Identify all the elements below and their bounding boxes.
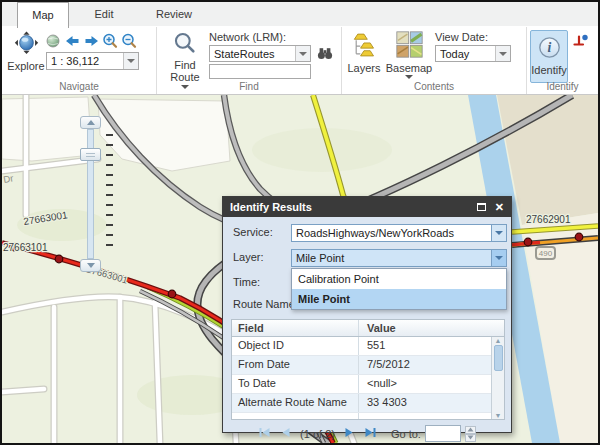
service-combo[interactable]: RoadsHighways/NewYorkRoads (291, 224, 507, 242)
page-status: (1 of 2) (300, 428, 335, 440)
scroll-thumb[interactable] (494, 345, 503, 371)
ribbon: Map Edit Review (2, 2, 598, 95)
network-dropdown-icon[interactable] (295, 46, 310, 61)
map-label-route-d: 27662901 (526, 214, 571, 225)
zoom-slider-ticks (106, 134, 113, 250)
goto-label: Go to: (391, 428, 421, 440)
map-shield-490: 490 (536, 247, 555, 259)
identify-info-icon: i (537, 35, 562, 64)
back-arrow-icon[interactable] (66, 36, 79, 46)
nav-icon-row (46, 33, 139, 53)
svg-text:i: i (547, 40, 551, 55)
group-label-navigate: Navigate (2, 81, 156, 92)
group-find: Find Route Network (LRM): StateRoutes Fi… (157, 27, 342, 94)
identify-button[interactable]: i Identify (530, 30, 568, 83)
table-row[interactable]: Alternate Route Name 33 4303 (232, 394, 504, 413)
cell-field: From Date (232, 356, 359, 374)
layers-label: Layers (347, 62, 380, 74)
group-label-identify: Identify (527, 81, 598, 92)
find-route-label: Find Route (168, 59, 202, 83)
tab-review[interactable]: Review (139, 2, 209, 27)
table-header-row: Field Value (232, 320, 504, 337)
layer-dropdown-icon[interactable] (491, 250, 506, 266)
map-label-street-dr: Dr (2, 172, 14, 185)
identify-label: Identify (531, 64, 566, 76)
dialog-titlebar[interactable]: Identify Results ✕ (223, 197, 511, 217)
close-icon[interactable]: ✕ (495, 197, 504, 217)
group-navigate: Explore (2, 27, 157, 94)
scale-dropdown-icon[interactable] (123, 53, 138, 69)
goto-spinner[interactable] (465, 426, 476, 442)
table-row[interactable]: Object ID 551 (232, 337, 504, 356)
layer-dropdown-list: Calibration Point Mile Point (291, 268, 507, 310)
first-page-button[interactable] (258, 426, 271, 441)
tab-map[interactable]: Map (17, 2, 69, 28)
route-name-label: Route Name: (233, 298, 298, 310)
layers-button[interactable]: Layers (346, 31, 382, 74)
previous-page-button[interactable] (279, 426, 292, 441)
network-combo[interactable]: StateRoutes (209, 45, 311, 62)
attributes-table: Field Value Object ID 551 From Date 7/5/… (231, 319, 505, 420)
cell-field: Object ID (232, 337, 359, 355)
layer-value: Mile Point (292, 250, 506, 264)
next-page-button[interactable] (343, 426, 356, 441)
explore-label: Explore (7, 60, 44, 72)
maximize-icon[interactable] (477, 203, 486, 211)
ribbon-tabstrip: Map Edit Review (2, 2, 598, 27)
scale-combo[interactable]: 1 : 36,112 (46, 52, 139, 70)
tab-edit[interactable]: Edit (69, 2, 139, 27)
app-window: Map Edit Review (0, 0, 600, 445)
group-label-contents: Contents (342, 81, 526, 92)
scroll-up-icon[interactable]: ▲ (495, 337, 502, 344)
service-label: Service: (233, 226, 273, 238)
layer-option-mile-point[interactable]: Mile Point (292, 289, 506, 309)
cell-value: 33 4303 (359, 394, 504, 412)
cell-value: 551 (359, 337, 504, 355)
group-contents: Layers Basemap (342, 27, 527, 94)
basemap-label: Basemap (386, 62, 432, 74)
zoom-slider-down-button[interactable] (80, 259, 101, 272)
table-row[interactable]: From Date 7/5/2012 (232, 356, 504, 375)
cell-value: 7/5/2012 (359, 356, 504, 374)
goto-page-input[interactable] (425, 425, 461, 442)
binoculars-icon[interactable] (317, 46, 333, 64)
explore-button[interactable]: Explore (7, 31, 45, 72)
service-value: RoadsHighways/NewYorkRoads (292, 225, 506, 239)
zoom-slider-thumb[interactable] (80, 148, 101, 161)
layer-option-calibration-point[interactable]: Calibration Point (292, 269, 506, 289)
identify-results-dialog: Identify Results ✕ Service: RoadsHighway… (222, 196, 512, 433)
identify-route-tool-icon[interactable] (572, 33, 589, 54)
view-date-dropdown-icon[interactable] (495, 46, 510, 61)
network-label: Network (LRM): (209, 31, 286, 43)
view-date-combo[interactable]: Today (435, 45, 511, 62)
group-identify: i Identify Identify (527, 27, 598, 94)
cell-field: To Date (232, 375, 359, 393)
pagination-bar: (1 of 2) Go to: (223, 425, 511, 442)
table-row[interactable]: To Date <null> (232, 375, 504, 394)
svg-text:490: 490 (539, 249, 553, 258)
basemap-icon (396, 31, 423, 62)
forward-arrow-icon[interactable] (86, 36, 99, 46)
dialog-title: Identify Results (223, 201, 477, 213)
zoom-in-icon[interactable] (104, 35, 116, 47)
map-label-route-b: 27663101 (3, 242, 48, 253)
globe-icon[interactable] (47, 35, 59, 47)
table-scrollbar[interactable]: ▲ ▼ (491, 337, 504, 419)
layers-icon (351, 31, 378, 62)
table-row-partial (232, 413, 504, 420)
last-page-button[interactable] (364, 426, 377, 441)
map-zoom-slider[interactable] (80, 116, 102, 272)
group-label-find: Find (157, 81, 341, 92)
service-dropdown-icon[interactable] (491, 225, 506, 241)
cell-value: <null> (359, 375, 504, 393)
explore-icon (14, 31, 39, 60)
zoom-slider-up-button[interactable] (80, 116, 101, 129)
scroll-down-icon[interactable]: ▼ (495, 412, 502, 419)
basemap-button[interactable]: Basemap (386, 31, 432, 83)
zoom-out-icon[interactable] (123, 35, 135, 47)
layer-combo[interactable]: Mile Point (291, 249, 507, 267)
time-label: Time: (233, 276, 260, 288)
layer-label: Layer: (233, 251, 264, 263)
route-input[interactable] (209, 64, 311, 79)
table-header-field: Field (232, 320, 359, 336)
